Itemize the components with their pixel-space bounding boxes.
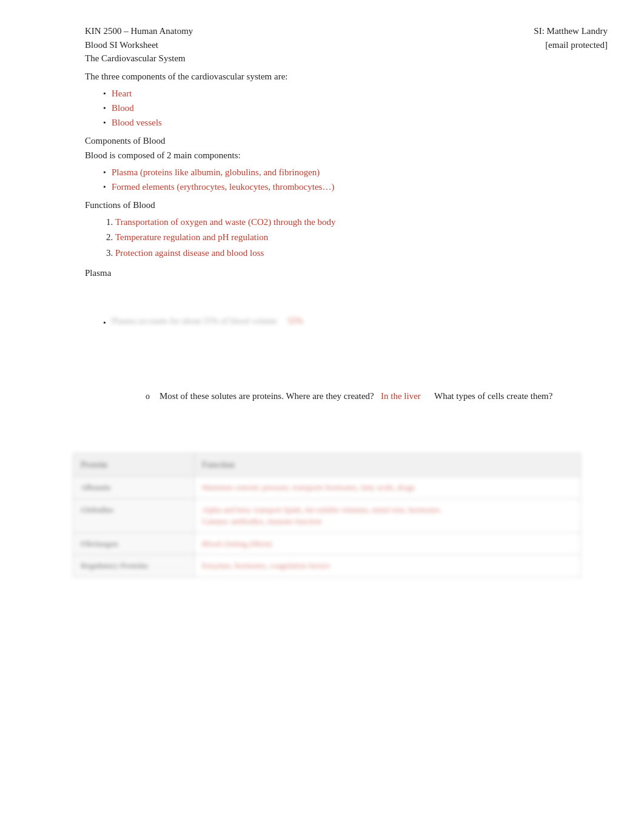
- si-email: [email protected]: [545, 38, 608, 52]
- table-header-col2: Function: [195, 454, 581, 477]
- table-cell-label: Fibrinogen: [73, 532, 195, 555]
- bullet-icon: ⦁: [103, 88, 106, 99]
- table-row: Albumin Maintains osmotic pressure, tran…: [73, 477, 581, 499]
- table-header-col1: Protein: [73, 454, 195, 477]
- table-cell-label: Globulins: [73, 498, 195, 532]
- cardiovascular-list: ⦁ Heart ⦁ Blood ⦁ Blood vessels: [85, 86, 608, 130]
- protein-table: Protein Function Albumin Maintains osmot…: [73, 453, 581, 577]
- table-row: Regulatory Proteins Enzymes, hormones, c…: [73, 555, 581, 577]
- component-heart: Heart: [112, 86, 132, 101]
- si-name: SI: Matthew Landry: [534, 24, 608, 38]
- table-row: Globulins Alpha and beta: transport lipi…: [73, 498, 581, 532]
- solute-row: o Most of these solutes are proteins. Wh…: [146, 388, 608, 404]
- solute-text: Most of these solutes are proteins. Wher…: [159, 388, 552, 404]
- functions-list: Transportation of oxygen and waste (CO2)…: [85, 215, 608, 261]
- bullet-icon: ⦁: [103, 181, 106, 193]
- header-right: SI: Matthew Landry [email protected]: [534, 24, 608, 65]
- function-3: Protection against disease and blood los…: [115, 248, 264, 258]
- page: KIN 2500 – Human Anatomy Blood SI Worksh…: [85, 24, 608, 577]
- bullet-icon: ⦁: [103, 318, 106, 327]
- list-item: ⦁ Blood: [103, 101, 608, 115]
- table-row: Fibrinogen Blood clotting (fibrin): [73, 532, 581, 555]
- blood-components-list: ⦁ Plasma (proteins like albumin, globuli…: [85, 165, 608, 194]
- table-header-row: Protein Function: [73, 454, 581, 477]
- table-cell-value: Blood clotting (fibrin): [195, 532, 581, 555]
- solute-prefix: Most of these solutes are proteins. Wher…: [159, 391, 378, 401]
- solute-question: o Most of these solutes are proteins. Wh…: [85, 388, 608, 404]
- component-vessels: Blood vessels: [112, 115, 162, 130]
- protein-table-section: Protein Function Albumin Maintains osmot…: [73, 453, 608, 577]
- components-subtitle: Blood is composed of 2 main components:: [85, 148, 608, 163]
- components-title: Components of Blood: [85, 133, 608, 148]
- solute-suffix: What types of cells create them?: [423, 391, 553, 401]
- system-title: The Cardiovascular System: [85, 52, 193, 65]
- header: KIN 2500 – Human Anatomy Blood SI Worksh…: [85, 24, 608, 65]
- o-bullet: o: [146, 389, 150, 404]
- bullet-icon: ⦁: [103, 102, 106, 114]
- table-cell-value: Enzymes, hormones, coagulation factors: [195, 555, 581, 577]
- functions-title: Functions of Blood: [85, 198, 608, 212]
- list-item: ⦁ Formed elements (erythrocytes, leukocy…: [103, 179, 608, 194]
- list-item: ⦁ Plasma (proteins like albumin, globuli…: [103, 165, 608, 179]
- component-formed: Formed elements (erythrocytes, leukocyte…: [112, 179, 334, 194]
- header-left: KIN 2500 – Human Anatomy Blood SI Worksh…: [85, 24, 193, 65]
- table-cell-value: Maintains osmotic pressure, transports h…: [195, 477, 581, 499]
- list-item: ⦁ Blood vessels: [103, 115, 608, 130]
- worksheet-title: Blood SI Worksheet: [85, 38, 193, 52]
- function-2: Temperature regulation and pH regulation: [115, 232, 268, 242]
- plasma-bullet: ⦁ Plasma accounts for about 55% of blood…: [103, 317, 608, 327]
- table-cell-value: Alpha and beta: transport lipids, fat-so…: [195, 498, 581, 532]
- table-cell-label: Albumin: [73, 477, 195, 499]
- bullet-icon: ⦁: [103, 117, 106, 129]
- bullet-icon: ⦁: [103, 167, 106, 178]
- list-item: ⦁ Heart: [103, 86, 608, 101]
- component-plasma: Plasma (proteins like albumin, globulins…: [112, 165, 320, 179]
- course-title: KIN 2500 – Human Anatomy: [85, 24, 193, 38]
- solute-answer: In the liver: [381, 391, 421, 401]
- intro-text: The three components of the cardiovascul…: [85, 69, 608, 84]
- list-item: Protection against disease and blood los…: [115, 246, 608, 261]
- function-1: Transportation of oxygen and waste (CO2)…: [115, 217, 336, 227]
- plasma-blurred-text: Plasma accounts for about 55% of blood v…: [112, 317, 303, 326]
- table-cell-label: Regulatory Proteins: [73, 555, 195, 577]
- plasma-content: ⦁ Plasma accounts for about 55% of blood…: [85, 317, 608, 327]
- list-item: Temperature regulation and pH regulation: [115, 230, 608, 246]
- component-blood: Blood: [112, 101, 134, 115]
- list-item: Transportation of oxygen and waste (CO2)…: [115, 215, 608, 230]
- plasma-title: Plasma: [85, 266, 608, 280]
